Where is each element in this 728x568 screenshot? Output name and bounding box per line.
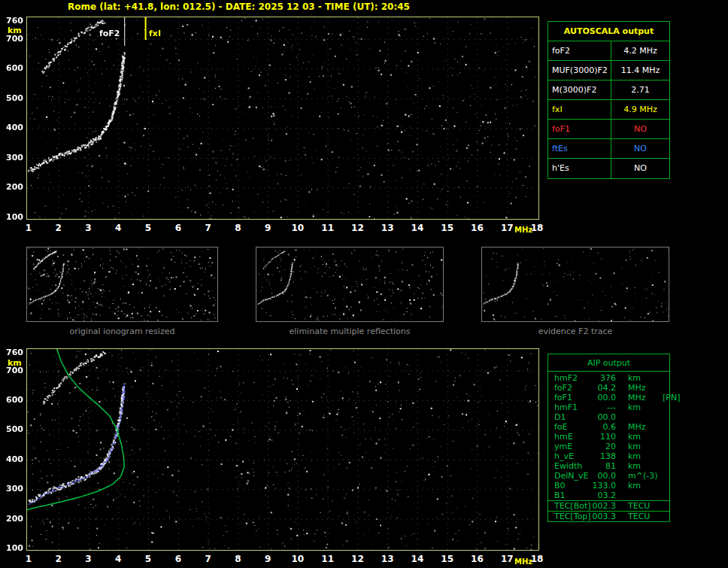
- y-tick-label: 400: [2, 454, 23, 464]
- y-tick-label: 200: [2, 514, 23, 524]
- aip-param-note: [657, 432, 669, 442]
- x-tick-label: 3: [85, 223, 91, 233]
- aip-param-value: 133.0: [589, 481, 616, 491]
- aip-row: foE 0.6 MHz: [548, 422, 669, 432]
- x-tick-label: 18: [531, 554, 544, 564]
- aip-row: foF2 04.2 MHz: [548, 383, 669, 393]
- x-tick-label: 8: [235, 554, 241, 564]
- aip-param-name: TEC[Bot]: [554, 501, 589, 512]
- autoscala-param-name: M(3000)F2: [548, 80, 611, 99]
- aip-param-note: [657, 383, 669, 393]
- fxi-marker-label: fxI: [149, 29, 161, 38]
- aip-param-name: Ewidth: [554, 461, 589, 471]
- aip-row: h_vE 138 km: [548, 451, 669, 461]
- aip-row: DelN_vE 00.0 m^(-3): [548, 471, 669, 481]
- page-title: Rome (lat: +41.8, lon: 012.5) - DATE: 20…: [68, 2, 410, 12]
- aip-param-value: 0.6: [589, 422, 616, 432]
- y-tick-label: 700: [2, 34, 23, 44]
- aip-param-note: [657, 481, 669, 491]
- thumbnail-caption: evidence F2 trace: [481, 327, 669, 336]
- aip-param-note: [657, 451, 669, 461]
- x-tick-label: 9: [265, 223, 271, 233]
- aip-param-unit: [616, 412, 657, 422]
- aip-param-value: 00.0: [589, 412, 616, 422]
- y-tick-label: 700: [2, 366, 23, 375]
- x-tick-label: 11: [321, 554, 334, 564]
- x-tick-label: 13: [381, 223, 394, 233]
- aip-row: D1 00.0: [548, 412, 669, 422]
- x-tick-label: 2: [56, 223, 62, 233]
- x-tick-label: 16: [471, 554, 484, 564]
- aip-row: foF1 00.0 MHz [PN]: [548, 393, 669, 402]
- aip-param-note: [657, 402, 669, 412]
- aip-param-unit: km: [616, 451, 657, 461]
- aip-param-name: hmF2: [554, 373, 589, 383]
- x-tick-label: 3: [85, 554, 91, 564]
- thumbnail-original-ionogram: [26, 247, 218, 322]
- aip-param-name: DelN_vE: [554, 471, 589, 481]
- aip-param-unit: km: [616, 373, 657, 383]
- y-tick-label: 100: [2, 543, 23, 553]
- y-tick-label: 200: [2, 182, 23, 192]
- aip-param-unit: MHz: [616, 393, 657, 402]
- aip-param-name: B1: [554, 491, 589, 500]
- x-tick-label: 4: [115, 223, 121, 233]
- x-tick-label: 8: [235, 223, 241, 233]
- aip-param-unit: [616, 491, 657, 500]
- autoscala-param-value: NO: [611, 159, 669, 178]
- autoscala-row-fxi: fxI 4.9 MHz: [548, 100, 669, 120]
- autoscala-param-name: foF2: [548, 41, 611, 60]
- bottom-x-axis-unit: MHz: [514, 557, 532, 566]
- autoscala-param-value: 4.9 MHz: [611, 100, 669, 119]
- aip-param-value: ---: [589, 402, 616, 412]
- y-tick-label: 400: [2, 123, 23, 132]
- y-tick-label: 500: [2, 93, 23, 103]
- aip-param-note: [PN]: [657, 393, 680, 402]
- aip-param-note: [657, 373, 669, 383]
- autoscala-param-name: foF1: [548, 120, 611, 138]
- aip-param-value: 00.0: [589, 471, 616, 481]
- x-tick-label: 18: [531, 223, 544, 233]
- autoscala-row-ftes: ftEs NO: [548, 139, 669, 159]
- aip-param-name: foF2: [554, 383, 589, 393]
- aip-row: B1 03.2: [548, 491, 669, 500]
- aip-row: hmF1 --- km: [548, 402, 669, 412]
- aip-param-unit: km: [616, 461, 657, 471]
- aip-param-note: [657, 512, 669, 522]
- x-tick-label: 11: [321, 223, 334, 233]
- y-tick-label: 300: [2, 484, 23, 494]
- aip-param-unit: MHz: [616, 383, 657, 393]
- x-tick-label: 10: [292, 223, 305, 233]
- x-tick-label: 7: [205, 554, 211, 564]
- top-x-axis-unit: MHz: [514, 226, 532, 234]
- autoscala-row-hes: h'Es NO: [548, 159, 669, 178]
- autoscala-param-value: 2.71: [611, 80, 669, 99]
- x-tick-label: 13: [381, 554, 394, 564]
- aip-param-unit: km: [616, 432, 657, 442]
- aip-row: B0 133.0 km: [548, 481, 669, 491]
- y-tick-label: 300: [2, 153, 23, 163]
- aip-param-name: B0: [554, 481, 589, 491]
- autoscala-table-title: AUTOSCALA output: [548, 22, 669, 41]
- autoscala-param-name: fxI: [548, 100, 611, 119]
- autoscala-param-name: MUF(3000)F2: [548, 61, 611, 80]
- x-tick-label: 1: [26, 223, 32, 233]
- x-tick-label: 15: [441, 223, 453, 233]
- autoscala-row-muf: MUF(3000)F2 11.4 MHz: [548, 61, 669, 80]
- aip-row-tec-top: TEC[Top] 003.3 TECU: [548, 511, 669, 521]
- aip-table-title: AIP output: [548, 354, 669, 372]
- aip-param-unit: MHz: [616, 422, 657, 432]
- aip-param-value: 376: [589, 373, 616, 383]
- aip-param-note: [657, 491, 669, 500]
- aip-param-name: foE: [554, 422, 589, 432]
- autoscala-screen: Rome (lat: +41.8, lon: 012.5) - DATE: 20…: [0, 0, 728, 568]
- aip-param-note: [657, 442, 669, 451]
- aip-row: hmE 110 km: [548, 432, 669, 442]
- aip-param-note: [657, 471, 669, 481]
- aip-param-value: 00.0: [589, 393, 616, 402]
- aip-row-tec-bot: TEC[Bot] 002.3 TECU: [548, 500, 669, 511]
- aip-param-name: h_vE: [554, 451, 589, 461]
- x-tick-label: 6: [175, 554, 181, 564]
- aip-param-value: 20: [589, 442, 616, 451]
- autoscala-param-name: ftEs: [548, 139, 611, 158]
